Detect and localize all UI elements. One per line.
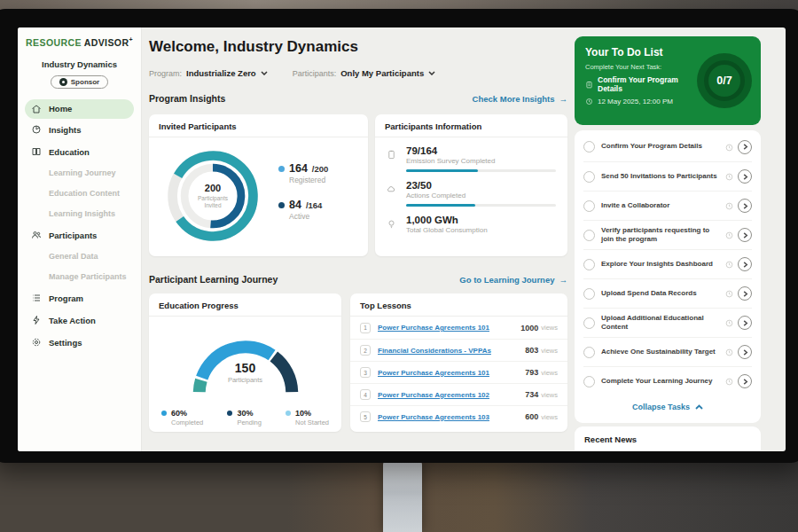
info-label: Total Global Consumption	[406, 226, 556, 234]
lesson-link[interactable]: Financial Considerations - VPPAs	[378, 347, 525, 355]
program-dropdown[interactable]: Program: Industrialize Zero	[149, 68, 268, 78]
sidebar-item-label: Settings	[49, 338, 82, 348]
lesson-row: 3 Power Purchase Agreements 101 793 view…	[350, 361, 567, 383]
go-to-learning-journey-link[interactable]: Go to Learning Journey →	[459, 275, 567, 285]
logo-plus: +	[129, 36, 133, 43]
task-row: Explore Your Insights Dashboard	[583, 249, 752, 278]
todo-task-list: Confirm Your Program Details Send 50 Inv…	[575, 130, 761, 423]
task-clock-icon	[725, 373, 733, 389]
sidebar-item-learning-insights[interactable]: Learning Insights	[18, 204, 141, 224]
clipboard-icon	[585, 81, 593, 89]
sidebar-item-program[interactable]: Program	[18, 287, 141, 309]
gauge-legend: 60% Completed 30% Pending 10% Not Star	[149, 402, 341, 426]
task-go-button[interactable]	[738, 228, 752, 242]
task-label: Complete Your Learning Journey	[601, 377, 721, 386]
task-checkbox[interactable]	[583, 317, 595, 329]
task-checkbox[interactable]	[583, 376, 595, 387]
info-label: Actions Completed	[406, 192, 556, 200]
lesson-row: 4 Power Purchase Agreements 102 734 view…	[350, 383, 567, 405]
lesson-link[interactable]: Power Purchase Agreements 101	[378, 369, 525, 377]
sidebar-item-take-action[interactable]: Take Action	[18, 309, 141, 332]
task-go-button[interactable]	[738, 257, 752, 271]
lesson-views: 793	[525, 368, 538, 377]
list-icon	[31, 293, 42, 303]
chevron-down-icon	[428, 71, 435, 75]
task-go-button[interactable]	[738, 169, 752, 184]
task-go-button[interactable]	[738, 316, 752, 330]
task-checkbox[interactable]	[583, 230, 595, 241]
lesson-link[interactable]: Power Purchase Agreements 102	[378, 391, 525, 399]
clock-icon	[585, 98, 593, 106]
task-checkbox[interactable]	[583, 200, 595, 212]
sidebar-item-participants[interactable]: Participants	[18, 224, 141, 246]
card-title: Education Progress	[149, 293, 341, 317]
task-row: Confirm Your Program Details	[583, 132, 752, 161]
gauge-center-value: 150	[179, 361, 312, 375]
participants-dropdown[interactable]: Participants: Only My Participants	[293, 68, 436, 78]
legend-denominator: /200	[312, 164, 329, 174]
main-content: Welcome, Industry Dynamics Program: Indu…	[149, 27, 567, 451]
insights-icon	[31, 124, 42, 135]
legend-item-registered: 164 /200 Registered	[278, 162, 328, 184]
invited-donut-chart: 200 Participants Invited	[161, 145, 264, 247]
task-label: Upload Spend Data Records	[601, 289, 721, 298]
lesson-views-suffix: views	[541, 347, 558, 355]
task-row: Invite a Collaborator	[583, 191, 752, 220]
sidebar-item-label: Learning Insights	[49, 209, 115, 218]
survey-icon	[387, 145, 399, 172]
task-go-button[interactable]	[738, 199, 752, 213]
legend-label: Not Started	[295, 419, 329, 426]
sidebar-item-insights[interactable]: Insights	[18, 119, 141, 141]
lesson-link[interactable]: Power Purchase Agreements 101	[378, 324, 520, 332]
sidebar-item-label: General Data	[49, 252, 98, 261]
task-row: Upload Additional Educational Content	[583, 308, 752, 337]
legend-dot	[278, 166, 285, 172]
task-row: Complete Your Learning Journey	[583, 366, 752, 395]
lesson-link[interactable]: Power Purchase Agreements 103	[378, 413, 525, 421]
lesson-rank: 3	[360, 367, 371, 378]
sidebar-item-settings[interactable]: Settings	[18, 332, 141, 354]
sidebar-item-education-content[interactable]: Education Content	[18, 184, 141, 204]
lesson-row: 5 Power Purchase Agreements 103 600 view…	[350, 405, 567, 427]
info-row-consumption: 1,000 GWh Total Global Consumption	[375, 207, 567, 234]
section-title: Program Insights	[149, 93, 225, 104]
task-checkbox[interactable]	[583, 141, 595, 153]
sidebar-item-learning-journey[interactable]: Learning Journey	[18, 163, 141, 184]
page-title: Welcome, Industry Dynamics	[149, 38, 358, 56]
task-checkbox[interactable]	[583, 288, 595, 300]
task-checkbox[interactable]	[583, 347, 595, 358]
task-go-button[interactable]	[738, 140, 752, 154]
lesson-views-suffix: views	[541, 413, 558, 421]
todo-progress-badge: 0/7	[697, 53, 752, 108]
link-label: Check More Insights	[473, 94, 555, 104]
card-title: Invited Participants	[149, 114, 368, 137]
check-more-insights-link[interactable]: Check More Insights →	[473, 94, 567, 104]
bulb-icon	[387, 215, 399, 234]
task-checkbox[interactable]	[583, 171, 595, 183]
task-row: Achieve One Sustainability Target	[583, 337, 752, 366]
logo-secondary: ADVISOR	[84, 37, 129, 48]
lesson-rank: 2	[360, 345, 371, 356]
chevron-down-icon	[261, 71, 268, 75]
legend-label: Registered	[289, 176, 328, 184]
task-checkbox[interactable]	[583, 259, 595, 270]
sidebar-item-label: Take Action	[49, 316, 96, 325]
task-go-button[interactable]	[738, 374, 752, 388]
task-go-button[interactable]	[738, 345, 752, 359]
task-row: Upload Spend Data Records	[583, 278, 752, 308]
sidebar-item-education[interactable]: Education	[18, 141, 141, 163]
sidebar-item-manage-participants[interactable]: Manage Participants	[18, 267, 141, 287]
section-title: Participant Learning Journey	[149, 274, 278, 285]
progress-fill	[406, 169, 478, 172]
legend-item-pending: 30% Pending	[227, 409, 262, 426]
task-go-button[interactable]	[738, 286, 752, 301]
sidebar: RESOURCE ADVISOR+ Industry Dynamics Spon…	[18, 27, 142, 451]
collapse-tasks-link[interactable]: Collapse Tasks	[583, 395, 752, 417]
task-clock-icon	[725, 344, 733, 360]
sidebar-item-home[interactable]: Home	[25, 99, 134, 119]
program-insights-header: Program Insights Check More Insights →	[149, 93, 567, 104]
info-row-emission-survey: 79/164 Emission Survey Completed	[375, 137, 567, 172]
sidebar-item-general-data[interactable]: General Data	[18, 246, 141, 267]
lesson-views-suffix: views	[541, 324, 558, 332]
legend-pct: 60%	[171, 409, 203, 418]
